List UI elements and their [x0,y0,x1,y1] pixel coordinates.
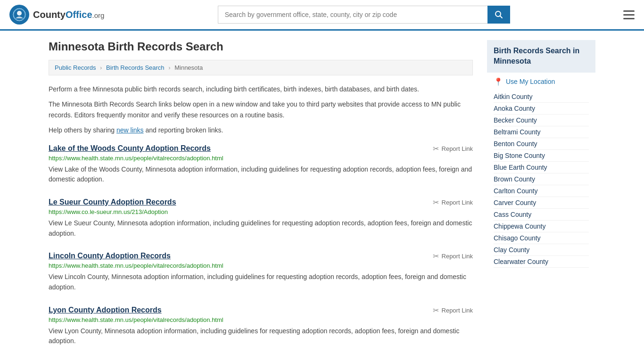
result-desc-4: View Lyon County, Minnesota adoption inf… [49,326,473,346]
result-url-4[interactable]: https://www.health.state.mn.us/people/vi… [49,316,473,323]
svg-line-4 [500,16,502,18]
desc-para-2: The Minnesota Birth Records Search links… [49,99,473,120]
result-title-4: Lyon County Adoption Records ✂ Report Li… [49,306,473,315]
sidebar-county-link[interactable]: Cass County [494,211,531,218]
sidebar-county-item: Clay County [494,244,589,256]
result-link-3[interactable]: Lincoln County Adoption Records [49,252,171,260]
sidebar-county-link[interactable]: Brown County [494,175,535,183]
svg-point-1 [17,11,22,16]
sidebar-county-item: Brown County [494,173,589,185]
sidebar-header: Birth Records Search in Minnesota [487,40,595,73]
county-list: Aitkin CountyAnoka CountyBecker CountyBe… [494,91,589,268]
main-container: Minnesota Birth Records Search Public Re… [39,31,605,362]
report-icon-1: ✂ [433,144,439,153]
result-desc-3: View Lincoln County, Minnesota adoption … [49,272,473,292]
sidebar-county-link[interactable]: Big Stone County [494,152,545,159]
sidebar-county-item: Aitkin County [494,91,589,103]
sidebar-county-link[interactable]: Anoka County [494,105,535,112]
desc-para-1: Perform a free Minnesota public birth re… [49,84,473,94]
sidebar: Birth Records Search in Minnesota 📍 Use … [487,40,595,360]
use-my-location-link[interactable]: 📍 Use My Location [494,77,589,86]
result-item-1: Lake of the Woods County Adoption Record… [49,144,473,185]
report-link-2[interactable]: ✂ Report Link [433,198,473,207]
report-icon-2: ✂ [433,198,439,207]
result-title-2: Le Sueur County Adoption Records ✂ Repor… [49,198,473,207]
sidebar-county-item: Clearwater County [494,256,589,268]
result-link-2[interactable]: Le Sueur County Adoption Records [49,198,176,206]
use-my-location-label: Use My Location [506,78,555,85]
sidebar-body: 📍 Use My Location Aitkin CountyAnoka Cou… [487,73,595,272]
results: Lake of the Woods County Adoption Record… [49,144,473,347]
logo-text: CountyOffice.org [33,9,104,20]
sidebar-county-link[interactable]: Carlton County [494,187,537,195]
sidebar-county-item: Anoka County [494,103,589,115]
breadcrumb: Public Records › Birth Records Search › … [49,60,473,75]
site-header: CountyOffice.org [0,0,644,31]
breadcrumb-minnesota: Minnesota [174,64,203,71]
sidebar-county-item: Chisago County [494,232,589,244]
report-link-label-3: Report Link [442,253,473,260]
result-url-1[interactable]: https://www.health.state.mn.us/people/vi… [49,155,473,162]
sidebar-county-link[interactable]: Chippewa County [494,222,546,230]
sidebar-county-item: Benton County [494,138,589,150]
header-right [623,10,635,19]
sidebar-county-item: Chippewa County [494,221,589,232]
sidebar-county-link[interactable]: Benton County [494,140,537,148]
breadcrumb-sep-2: › [168,64,170,71]
report-icon-4: ✂ [433,306,439,315]
location-pin-icon: 📍 [494,77,503,86]
search-input[interactable] [218,6,487,24]
result-item-3: Lincoln County Adoption Records ✂ Report… [49,252,473,292]
report-link-label-1: Report Link [442,145,473,152]
desc-para-3: Help others by sharing new links and rep… [49,125,473,135]
result-item-2: Le Sueur County Adoption Records ✂ Repor… [49,198,473,239]
sidebar-county-link[interactable]: Clearwater County [494,258,548,265]
sidebar-county-link[interactable]: Carver County [494,199,536,206]
result-title-1: Lake of the Woods County Adoption Record… [49,144,473,153]
logo-icon [9,5,29,25]
search-bar-container [218,6,510,24]
report-link-label-4: Report Link [442,307,473,314]
breadcrumb-birth-records-search[interactable]: Birth Records Search [106,64,165,71]
result-url-3[interactable]: https://www.health.state.mn.us/people/vi… [49,262,473,269]
sidebar-county-link[interactable]: Beltrami County [494,128,541,136]
result-url-2[interactable]: https://www.co.le-sueur.mn.us/213/Adopti… [49,208,473,215]
search-button[interactable] [487,6,510,24]
result-title-3: Lincoln County Adoption Records ✂ Report… [49,252,473,261]
sidebar-county-item: Blue Earth County [494,162,589,173]
sidebar-county-link[interactable]: Blue Earth County [494,164,547,171]
report-link-1[interactable]: ✂ Report Link [433,144,473,153]
result-link-4[interactable]: Lyon County Adoption Records [49,306,162,314]
result-desc-1: View Lake of the Woods County, Minnesota… [49,165,473,185]
content-area: Minnesota Birth Records Search Public Re… [49,40,473,360]
report-icon-3: ✂ [433,252,439,261]
description: Perform a free Minnesota public birth re… [49,84,473,136]
sidebar-county-item: Becker County [494,115,589,126]
sidebar-county-item: Carlton County [494,185,589,197]
sidebar-county-item: Beltrami County [494,126,589,138]
report-link-4[interactable]: ✂ Report Link [433,306,473,315]
sidebar-county-link[interactable]: Aitkin County [494,93,532,100]
sidebar-county-item: Cass County [494,209,589,221]
menu-icon[interactable] [623,10,635,19]
sidebar-county-item: Big Stone County [494,150,589,162]
result-link-1[interactable]: Lake of the Woods County Adoption Record… [49,144,211,153]
report-link-label-2: Report Link [442,199,473,206]
page-title: Minnesota Birth Records Search [49,40,473,53]
result-item-4: Lyon County Adoption Records ✂ Report Li… [49,306,473,346]
result-desc-2: View Le Sueur County, Minnesota adoption… [49,218,473,239]
sidebar-county-link[interactable]: Clay County [494,246,529,254]
sidebar-county-link[interactable]: Chisago County [494,234,541,242]
breadcrumb-public-records[interactable]: Public Records [55,64,96,71]
sidebar-county-item: Carver County [494,197,589,209]
report-link-3[interactable]: ✂ Report Link [433,252,473,261]
breadcrumb-sep-1: › [100,64,102,71]
sidebar-county-link[interactable]: Becker County [494,116,537,124]
logo-area[interactable]: CountyOffice.org [9,5,104,25]
new-links-link[interactable]: new links [116,126,144,134]
